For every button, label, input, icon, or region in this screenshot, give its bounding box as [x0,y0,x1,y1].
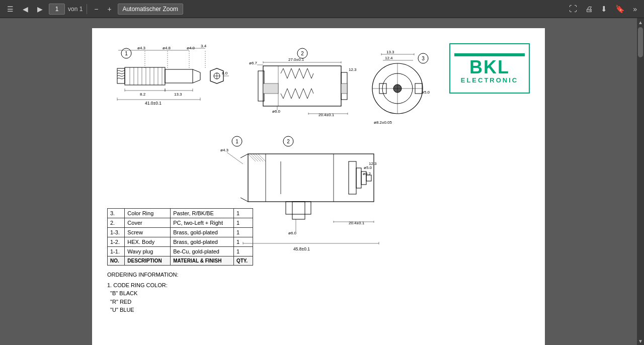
svg-text:12.4: 12.4 [385,56,393,60]
svg-text:ø6.0: ø6.0 [272,109,281,114]
svg-text:12.3: 12.3 [369,161,377,166]
svg-text:3: 3 [422,56,425,61]
back-button[interactable]: ◀ [20,3,31,15]
svg-rect-102 [292,202,305,219]
svg-text:ø4.0: ø4.0 [187,46,195,50]
more-button[interactable]: » [630,3,640,15]
svg-text:20.4±0.1: 20.4±0.1 [318,113,335,117]
toolbar: ☰ ◀ ▶ von 1 − + ⛶ 🖨 ⬇ 🔖 » [0,0,644,18]
svg-text:27.0±0.1: 27.0±0.1 [288,57,304,62]
scrollbar[interactable]: ▲ ▼ [637,18,644,345]
svg-text:ø5.0: ø5.0 [422,90,430,95]
ordering-info: ORDERING INFORMATION: 1. CODE RING COLOR… [107,271,253,314]
col-material: MATERIAL & FINISH [171,256,234,266]
svg-rect-61 [341,83,347,94]
table-cell: Paster, R/BK/BE [171,209,234,218]
svg-text:8.0: 8.0 [222,71,228,75]
table-cell: 1-1. [108,247,125,256]
main-area: BKL ELECTRONIC 1 ø4.3 ø4.8 ø4.0 3.4 [0,18,644,345]
download-button[interactable]: ⬇ [598,3,610,16]
table-cell: 1-2. [108,237,125,247]
svg-text:41.0±0.1: 41.0±0.1 [145,101,162,106]
svg-line-90 [227,152,243,164]
table-cell: 1 [233,237,253,247]
table-cell: Cover [125,218,171,228]
zoom-select[interactable] [118,4,183,15]
table-row: 2. Cover PC, two-Left + Right 1 [108,218,253,228]
bkl-logo: BKL ELECTRONIC [449,43,530,94]
forward-button[interactable]: ▶ [34,3,46,15]
toggle-sidebar-button[interactable]: ☰ [4,3,17,15]
table-cell: 1 [233,218,253,228]
ordering-title: ORDERING INFORMATION: [107,271,253,279]
svg-rect-101 [286,202,311,214]
svg-text:ø5.0: ø5.0 [364,165,372,170]
page-number-input[interactable] [49,4,65,15]
right-icons: ⛶ 🖨 ⬇ 🔖 » [566,3,640,16]
svg-text:ø6.0: ø6.0 [288,231,297,235]
table-cell: Color Ring [125,209,171,218]
svg-text:ø8.2: ø8.2 [363,171,371,176]
zoom-in-button[interactable]: + [105,3,115,15]
table-row: 1-3. Screw Brass, gold-plated 1 [108,228,253,237]
ordering-line-4: "U" BLUE [107,306,253,314]
print-button[interactable]: 🖨 [582,3,596,15]
svg-text:45.8±0.1: 45.8±0.1 [293,246,310,251]
svg-text:2: 2 [301,51,304,56]
svg-line-27 [193,80,200,83]
svg-rect-25 [165,69,193,83]
table-cell: Brass, gold-plated [171,228,234,237]
svg-rect-15 [125,67,165,85]
scroll-thumb[interactable] [638,27,643,57]
svg-text:20.4±0.1: 20.4±0.1 [349,221,365,225]
col-desc: DESCRIPTION [125,256,171,266]
col-no: NO. [108,256,125,266]
svg-text:1: 1 [125,51,128,56]
pdf-viewer[interactable]: BKL ELECTRONIC 1 ø4.3 ø4.8 ø4.0 3.4 [0,18,637,345]
svg-rect-98 [356,168,361,188]
svg-text:2: 2 [287,139,290,144]
svg-text:13.3: 13.3 [386,50,394,54]
svg-text:13.3: 13.3 [174,92,182,97]
svg-text:1: 1 [235,139,238,144]
table-cell: 1 [233,209,253,218]
svg-rect-91 [248,154,374,202]
table-cell: 2. [108,218,125,228]
table-header-row: NO. DESCRIPTION MATERIAL & FINISH QTY. [108,256,253,266]
table-cell: 3. [108,209,125,218]
svg-text:ø8.2±0.05: ø8.2±0.05 [374,120,392,125]
table-row: 1-1. Wavy plug Be-Cu, gold-plated 1 [108,247,253,256]
ordering-line-3: "R" RED [107,298,253,306]
ordering-line-1: 1. CODE RING COLOR: [107,281,253,290]
zoom-out-button[interactable]: − [91,3,101,15]
svg-text:12.3: 12.3 [349,67,357,72]
table-cell: HEX. Body [125,237,171,247]
bkl-brand: BKL [469,58,510,76]
svg-text:ø6.7: ø6.7 [249,61,258,65]
scroll-down-arrow[interactable]: ▼ [637,338,643,344]
col-qty: QTY. [233,256,253,266]
svg-line-92 [240,154,248,158]
svg-rect-60 [263,83,278,94]
svg-text:ø4.3: ø4.3 [137,46,146,50]
scroll-up-arrow[interactable]: ▲ [637,19,643,25]
table-row: 3. Color Ring Paster, R/BK/BE 1 [108,209,253,218]
bkl-top-bar [454,53,525,56]
table-cell: 1 [233,228,253,237]
svg-text:ø4.8: ø4.8 [163,46,171,50]
svg-line-26 [193,69,200,72]
fullscreen-button[interactable]: ⛶ [566,3,580,16]
bookmark-button[interactable]: 🔖 [612,3,628,16]
svg-rect-97 [349,161,356,194]
table-cell: Brass, gold-plated [171,237,234,247]
table-cell: 1-3. [108,228,125,237]
svg-text:ø4.3: ø4.3 [220,148,229,152]
ordering-line-2: "B" BLACK [107,289,253,298]
svg-text:8.2: 8.2 [140,92,146,97]
parts-table: 3. Color Ring Paster, R/BK/BE 1 2. Cover… [107,208,253,266]
table-cell: Be-Cu, gold-plated [171,247,234,256]
svg-line-93 [240,198,248,202]
svg-text:3.4: 3.4 [201,44,207,48]
separator-1 [87,4,87,14]
table-cell: 1 [233,247,253,256]
